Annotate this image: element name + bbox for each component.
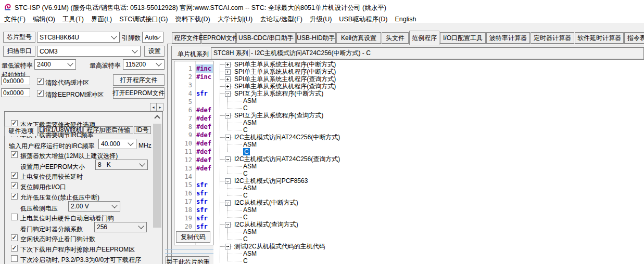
tree-leaf-label[interactable]: C — [243, 126, 248, 134]
tree-node-label[interactable]: I2C主机模式访问AT24C256(查询方式) — [234, 155, 340, 163]
tab-USB-HID助手[interactable]: USB-HID助手 — [296, 32, 336, 44]
tab-定时器计算器[interactable]: 定时器计算器 — [531, 32, 574, 44]
pin-count-combo[interactable]: Auto — [142, 32, 163, 43]
tree-connector — [228, 232, 228, 239]
tree-node-label[interactable]: I2C从机模式(中断方式) — [234, 199, 298, 206]
option-checkbox[interactable]: ✓ — [11, 172, 18, 179]
chip-model-button[interactable]: 芯片型号 — [3, 32, 35, 43]
code-text — [196, 98, 213, 106]
expand-icon[interactable] — [225, 84, 231, 89]
tree-node-label[interactable]: I2C从机模式(查询方式) — [234, 221, 298, 228]
tree-leaf-label[interactable]: ASM — [243, 163, 257, 170]
tree-leaf-label[interactable]: ASM — [243, 119, 257, 126]
tree-leaf-selected[interactable]: C — [243, 148, 250, 155]
tab-I/O口配置工具[interactable]: I/O口配置工具 — [440, 32, 486, 44]
code-line: 18sfr — [174, 206, 213, 214]
tree-node: SPI单主单从系统从机程序(中断方式) — [213, 68, 644, 75]
clear-code-checkbox[interactable]: ✓ — [37, 78, 44, 85]
tree-connector — [231, 225, 233, 225]
tab-scroll-left-button[interactable]: ◄ — [150, 103, 157, 111]
line-number: 10 — [174, 139, 192, 148]
tree-node-label[interactable]: SPI互为主从系统程序(查询方式) — [234, 112, 323, 119]
tree-leaf-label[interactable]: ASM — [243, 141, 257, 148]
tab-范例程序[interactable]: 范例程序 — [409, 31, 439, 45]
copy-code-button[interactable]: 复制代码 — [176, 231, 210, 243]
com-port-combo[interactable]: COM3 — [37, 46, 141, 57]
tab-USB-CDC/串口助手[interactable]: USB-CDC/串口助手 — [236, 32, 296, 44]
max-baud-combo[interactable]: 115200 — [123, 59, 165, 70]
tree-leaf-label[interactable]: ASM — [243, 250, 257, 257]
eeprom-start-address-field[interactable]: 0x0000 — [1, 88, 30, 97]
option-checkbox[interactable] — [11, 255, 18, 262]
scan-port-button[interactable]: 扫描串口 — [3, 46, 35, 57]
tree-node-label[interactable]: I2C主机模式访问PCF8563 — [234, 177, 308, 184]
tab-scroll-right-button[interactable]: ► — [157, 103, 163, 111]
tree-leaf-label[interactable]: ASM — [243, 206, 257, 214]
tree-node: I2C主机模式访问PCF8563 — [213, 177, 644, 184]
tab-指令表[interactable]: 指令表 — [624, 32, 644, 44]
tab-头文件[interactable]: 头文件 — [382, 32, 409, 44]
expand-icon[interactable] — [225, 62, 231, 68]
tree-node-label[interactable]: 测试I2C从机模式代码的主机代码 — [234, 243, 325, 250]
tree-leaf-label[interactable]: ASM — [243, 184, 257, 192]
chip-model-combo[interactable]: STC8H8K64U — [37, 32, 120, 43]
open-program-button[interactable]: 打开程序文件 — [113, 74, 165, 86]
pin-count-label: 引脚数 — [122, 34, 141, 43]
clear-eeprom-checkbox[interactable]: ✓ — [37, 90, 44, 97]
tree-leaf: C — [213, 214, 644, 221]
option-label: 下次下载用户程序时擦除用户EEPROM区 — [20, 245, 135, 254]
option-combo[interactable]: 8 K — [95, 160, 148, 170]
option-checkbox[interactable]: ✓ — [11, 182, 18, 189]
app-icon — [4, 3, 12, 11]
code-text — [196, 81, 213, 89]
option-row: 低压检测电压2.00 V — [5, 203, 162, 213]
tree-node-label[interactable]: SPI单主单从系统主机程序(查询方式) — [234, 75, 336, 83]
option-combo[interactable]: 40.000 — [98, 139, 136, 149]
chevron-down-icon — [132, 47, 137, 53]
tree-node-label[interactable]: SPI单主单从系统从机程序(中断方式) — [234, 68, 336, 75]
tab-软件延时计算器[interactable]: 软件延时计算器 — [575, 32, 624, 44]
option-checkbox[interactable] — [11, 214, 18, 220]
tree-connector — [228, 232, 242, 232]
code-start-address-field[interactable]: 0x0000 — [1, 76, 30, 85]
tab-Keil仿真设置[interactable]: Keil仿真设置 — [336, 32, 381, 44]
tree-node-label[interactable]: SPI单主单从系统主机程序(中断方式) — [234, 61, 336, 68]
tree-leaf-label[interactable]: C — [243, 104, 248, 112]
tab-硬件选项[interactable]: 硬件选项 — [4, 126, 38, 136]
option-checkbox[interactable]: ✓ — [11, 245, 18, 252]
mcu-series-combo[interactable]: STC8H 系列 - I2C主机模式访问AT24C256(中断方式) - C — [211, 47, 644, 59]
tree-leaf-label[interactable]: C — [243, 235, 248, 243]
tree-node-label[interactable]: I2C主机模式访问AT24C256(中断方式) — [234, 134, 340, 141]
tree-connector — [231, 94, 233, 94]
option-combo[interactable]: 2.00 V — [68, 201, 120, 212]
expand-icon[interactable] — [225, 69, 231, 75]
tree-node-label[interactable]: SPI单主单从系统从机程序(查询方式) — [234, 83, 336, 90]
settings-button[interactable]: 设置 — [144, 46, 165, 57]
tree-leaf-label[interactable]: C — [243, 257, 248, 264]
tree-leaf-label[interactable]: C — [243, 170, 248, 177]
code-line: 1#inc — [174, 64, 213, 73]
min-baud-combo[interactable]: 2400 — [34, 59, 76, 70]
option-combo[interactable]: 256 — [94, 222, 147, 232]
tree-connector — [228, 123, 242, 123]
tree-leaf-label[interactable]: ASM — [243, 97, 257, 104]
tree-leaf-label[interactable]: C — [243, 192, 248, 199]
tab-程序文件[interactable]: 程序文件 — [172, 32, 201, 44]
tree-leaf: ASM — [213, 163, 644, 170]
tab-EEPROM文件[interactable]: EEPROM文件 — [201, 32, 236, 44]
tree-leaf-label[interactable]: ASM — [243, 228, 257, 235]
tree-leaf: ASM — [213, 141, 644, 148]
code-line: 2#inc — [174, 73, 213, 81]
tree-leaf-label[interactable]: C — [243, 214, 248, 221]
plus-glyph — [228, 85, 228, 88]
plus-glyph — [228, 71, 228, 73]
open-eeprom-button[interactable]: 打开EEPROM文件 — [113, 87, 165, 99]
expand-icon[interactable] — [225, 76, 231, 82]
code-preview[interactable]: 1#inc2#inc34sfr56#def7#def8#def9#def10#d… — [174, 61, 213, 245]
tab-波特率计算器[interactable]: 波特率计算器 — [486, 32, 530, 44]
tree-node-label[interactable]: SPI互为主从系统程序(中断方式) — [234, 90, 323, 97]
option-checkbox[interactable]: ✓ — [11, 193, 18, 200]
code-text: #def — [196, 139, 213, 148]
option-checkbox[interactable]: ✓ — [11, 151, 18, 158]
option-checkbox[interactable]: ✓ — [11, 234, 18, 241]
